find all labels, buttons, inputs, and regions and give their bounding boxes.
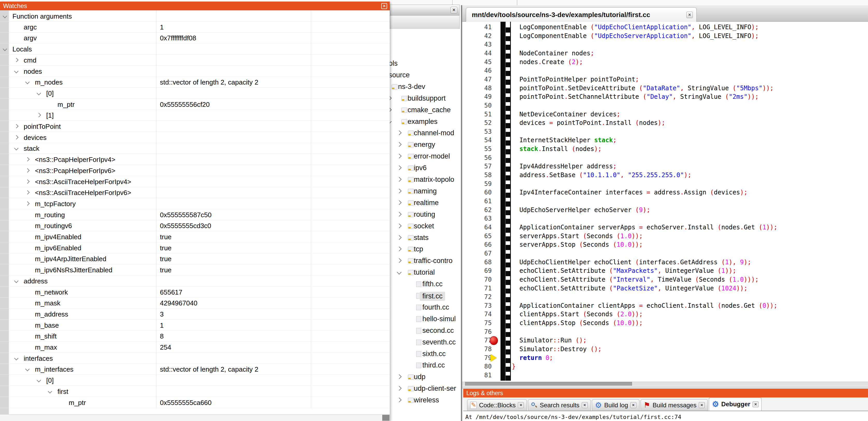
close-icon[interactable]: ✕ xyxy=(582,402,588,408)
watch-row[interactable]: m_max254 xyxy=(0,342,390,353)
tree-item-naming[interactable]: naming xyxy=(388,186,460,197)
watch-row[interactable]: m_shift8 xyxy=(0,330,390,342)
logs-tab-code-blocks[interactable]: ✎Code::Blocks✕ xyxy=(467,399,527,411)
expand-icon[interactable] xyxy=(397,165,401,170)
watch-row[interactable]: stack xyxy=(0,143,390,154)
tree-item-energy[interactable]: energy xyxy=(388,139,460,151)
watch-row[interactable]: [0] xyxy=(0,88,390,99)
close-icon[interactable]: ✕ xyxy=(381,3,387,9)
close-icon[interactable]: ✕ xyxy=(699,402,705,408)
collapse-icon[interactable] xyxy=(14,69,19,73)
tree-item-buildsupport[interactable]: buildsupport xyxy=(388,93,460,104)
watch-row[interactable]: [1] xyxy=(0,110,390,121)
watch-row[interactable]: m_ipv6Enabledtrue xyxy=(0,242,390,253)
tree-item-socket[interactable]: socket xyxy=(388,221,460,232)
tree-item-second.cc[interactable]: second.cc xyxy=(388,325,460,337)
tree-item-ols[interactable]: ols xyxy=(388,58,460,70)
tree-item-third.cc[interactable]: third.cc xyxy=(388,360,460,371)
collapse-icon[interactable] xyxy=(36,378,41,383)
tree-item-cmake_cache[interactable]: cmake_cache xyxy=(388,104,460,116)
watch-row[interactable]: <ns3::AsciiTraceHelperForIpv6> xyxy=(0,187,390,198)
watch-row[interactable]: <ns3::PcapHelperForIpv6> xyxy=(0,165,390,176)
tree-item-channel-mod[interactable]: channel-mod xyxy=(388,128,460,139)
tree-item-fifth.cc[interactable]: fifth.cc xyxy=(388,279,460,290)
collapse-icon[interactable] xyxy=(14,279,19,283)
tree-item-realtime[interactable]: realtime xyxy=(388,197,460,209)
logs-panel-titlebar[interactable]: Logs & others xyxy=(463,389,868,397)
expand-icon[interactable] xyxy=(397,142,401,147)
expand-icon[interactable] xyxy=(397,375,401,379)
tree-item-examples[interactable]: examples xyxy=(388,116,460,128)
tree-item-first.cc[interactable]: first.cc xyxy=(388,290,460,302)
watch-row[interactable]: pointToPoint xyxy=(0,121,390,132)
watches-resize-grip[interactable] xyxy=(382,415,390,421)
expand-icon[interactable] xyxy=(25,168,30,172)
tree-item-udp[interactable]: udp xyxy=(388,371,460,383)
tree-item-routing[interactable]: routing xyxy=(388,209,460,221)
tree-item-tutorial[interactable]: tutorial xyxy=(388,267,460,279)
tree-item-ipv6[interactable]: ipv6 xyxy=(388,162,460,174)
close-icon[interactable]: ✕ xyxy=(752,401,758,407)
breakpoint-marker[interactable] xyxy=(490,336,498,345)
watch-row[interactable]: m_ptr0x55555556cf20 xyxy=(0,99,390,110)
watches-horizontal-scrollbar[interactable] xyxy=(0,414,390,421)
expand-icon[interactable] xyxy=(397,212,401,217)
collapse-icon[interactable] xyxy=(36,91,41,95)
collapse-icon[interactable] xyxy=(25,367,30,371)
projects-file-tree[interactable]: olssourcens-3-devbuildsupportcmake_cache… xyxy=(388,29,460,421)
collapse-icon[interactable] xyxy=(14,146,19,151)
tree-item-sixth.cc[interactable]: sixth.cc xyxy=(388,348,460,360)
collapse-icon[interactable] xyxy=(14,356,19,360)
watch-row[interactable]: address xyxy=(0,276,390,287)
expand-icon[interactable] xyxy=(25,201,30,205)
expand-icon[interactable] xyxy=(25,157,30,162)
watch-row[interactable]: nodes xyxy=(0,66,390,77)
watch-row[interactable]: m_ptr0x5555555ca660 xyxy=(0,397,390,408)
watch-row[interactable]: <ns3::AsciiTraceHelperForIpv4> xyxy=(0,176,390,187)
watch-row[interactable]: m_ipv4ArpJitterEnabledtrue xyxy=(0,253,390,264)
watch-row[interactable]: devices xyxy=(0,132,390,143)
projects-panel-titlebar[interactable]: ✕ xyxy=(390,5,460,15)
expand-icon[interactable] xyxy=(397,397,401,402)
watch-row[interactable]: argv0x7fffffffdf08 xyxy=(0,32,390,43)
expand-icon[interactable] xyxy=(397,258,401,263)
watch-row[interactable]: [0] xyxy=(0,375,390,386)
expand-icon[interactable] xyxy=(14,135,19,139)
watch-row[interactable]: m_base1 xyxy=(0,320,390,331)
logs-tab-search-results[interactable]: Search results✕ xyxy=(528,399,591,411)
watch-row[interactable]: Function arguments xyxy=(0,10,390,22)
collapse-icon[interactable] xyxy=(3,47,7,51)
expand-icon[interactable] xyxy=(397,189,401,193)
expand-icon[interactable] xyxy=(397,247,401,251)
watch-row[interactable]: m_interfacesstd::vector of length 2, cap… xyxy=(0,364,390,375)
watch-row[interactable]: m_tcpFactory xyxy=(0,198,390,209)
expand-icon[interactable] xyxy=(397,177,401,182)
tree-item-source[interactable]: source xyxy=(388,70,460,81)
watch-row[interactable]: Locals xyxy=(0,43,390,55)
tree-item-ns-3-dev[interactable]: ns-3-dev xyxy=(388,81,460,93)
expand-icon[interactable] xyxy=(397,386,401,390)
tree-item-error-model[interactable]: error-model xyxy=(388,151,460,162)
collapse-icon[interactable] xyxy=(25,80,30,84)
expand-icon[interactable] xyxy=(14,124,19,129)
tree-item-hello-simul[interactable]: hello-simul xyxy=(388,314,460,325)
close-icon[interactable]: ✕ xyxy=(518,402,524,408)
tree-item-wireless[interactable]: wireless xyxy=(388,395,460,406)
tree-item-udp-client-ser[interactable]: udp-client-ser xyxy=(388,383,460,395)
watch-row[interactable]: m_network655617 xyxy=(0,287,390,298)
collapse-icon[interactable] xyxy=(3,14,7,19)
tree-item-fourth.cc[interactable]: fourth.cc xyxy=(388,302,460,314)
watch-row[interactable]: m_ipv6NsRsJitterEnabledtrue xyxy=(0,264,390,276)
expand-icon[interactable] xyxy=(397,131,401,135)
collapse-icon[interactable] xyxy=(48,389,52,393)
expand-icon[interactable] xyxy=(25,179,30,184)
expand-icon[interactable] xyxy=(397,154,401,158)
editor-scrollbar-thumb[interactable] xyxy=(465,382,632,386)
logs-tab-build-log[interactable]: ⚙Build log✕ xyxy=(592,399,640,411)
watch-row[interactable]: m_mask4294967040 xyxy=(0,297,390,309)
close-icon[interactable]: ✕ xyxy=(686,12,693,18)
editor-tab-first-cc[interactable]: mnt/dev/tools/source/ns-3-dev/examples/t… xyxy=(466,7,697,22)
watch-row[interactable]: cmd xyxy=(0,55,390,66)
tree-item-tcp[interactable]: tcp xyxy=(388,244,460,255)
watch-row[interactable]: m_routing0x555555587c50 xyxy=(0,209,390,220)
